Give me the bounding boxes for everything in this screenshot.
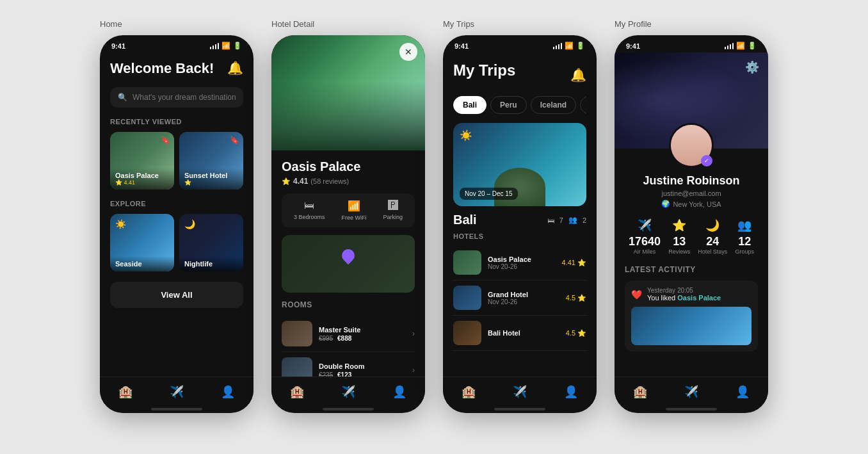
- my-profile-label: My Profile: [615, 19, 652, 29]
- nav-profile[interactable]: 👤: [385, 382, 414, 401]
- close-button[interactable]: ✕: [399, 43, 417, 61]
- room-item-double-1[interactable]: Double Room €235 €123 ›: [282, 352, 415, 377]
- home-indicator: [323, 408, 374, 410]
- stat-value: 17640: [629, 235, 661, 248]
- recently-viewed-title: RECENTLY VIEWED: [110, 118, 243, 126]
- parking-icon: 🅿: [388, 200, 398, 211]
- nav-profile[interactable]: 👤: [728, 382, 757, 401]
- signal-icon: [725, 43, 734, 49]
- star-icon: ⭐: [672, 218, 686, 232]
- card-overlay: Sunset Hotel ⭐: [179, 168, 243, 190]
- hotel-rating-row: ⭐ 4.41 (58 reviews): [282, 177, 415, 186]
- tab-peru[interactable]: Peru: [490, 96, 527, 114]
- room-item-master[interactable]: Master Suite €995 €888 ›: [282, 316, 415, 352]
- nav-hotels[interactable]: 🏨: [625, 382, 655, 401]
- new-price: €888: [337, 335, 351, 342]
- search-input[interactable]: [133, 93, 236, 102]
- recently-viewed-grid: 🔖 Oasis Palace ⭐ 4.41 🔖 Sunset Hotel ⭐: [110, 132, 243, 190]
- wifi-icon: 📶: [736, 42, 745, 50]
- trip-date-badge: Nov 20 – Dec 15: [460, 188, 518, 200]
- activity-text: You liked Oasis Palace: [647, 294, 721, 302]
- nav-flights[interactable]: ✈️: [677, 382, 706, 401]
- stat-label: Groups: [735, 248, 754, 255]
- trips-status-bar: 9:41 📶 🔋: [443, 35, 597, 53]
- hotel-rating: 4.5 ⭐: [566, 294, 586, 302]
- card-oasis-palace[interactable]: 🔖 Oasis Palace ⭐ 4.41: [110, 132, 174, 190]
- hotel-rating: 4.41 ⭐: [562, 259, 586, 267]
- activity-card: ❤️ Yesterday 20:05 You liked Oasis Palac…: [625, 280, 758, 352]
- card-seaside[interactable]: ☀️ Seaside: [110, 214, 174, 272]
- chevron-right-icon: ›: [412, 366, 415, 375]
- hotel-thumb: [453, 321, 481, 345]
- activity-time: Yesterday 20:05: [647, 287, 721, 294]
- hotel-hero-image: ✕: [271, 35, 425, 150]
- battery-icon: 🔋: [233, 42, 242, 50]
- home-status-bar: 9:41 📶 🔋: [100, 35, 253, 53]
- nav-flights[interactable]: ✈️: [505, 382, 534, 401]
- nav-profile[interactable]: 👤: [213, 382, 243, 401]
- trips-bottom-nav: 🏨 ✈️ 👤: [443, 377, 597, 404]
- trips-page-title: My Trips: [453, 61, 515, 79]
- my-trips-label: My Trips: [443, 19, 474, 29]
- rating-value: 4.5: [566, 329, 575, 337]
- search-bar[interactable]: 🔍: [110, 87, 243, 108]
- hotel-list-grand[interactable]: Grand Hotel Nov 20-26 4.5 ⭐: [453, 280, 586, 316]
- trip-destination-row: Bali 🛏 7 👥 2: [453, 213, 586, 227]
- nav-hotels[interactable]: 🏨: [454, 382, 483, 401]
- profile-status-bar: 9:41 📶 🔋: [615, 35, 768, 53]
- map-area[interactable]: 🏠 123 Beach St., Sketch 📍 300m from hist…: [282, 235, 415, 293]
- tab-more[interactable]: M...: [580, 96, 586, 114]
- my-trips-phone: 9:41 📶 🔋 My Trips 🔔 Bali Peru Iceland: [443, 35, 597, 413]
- star-icon: ⭐: [282, 177, 291, 186]
- profile-email: justine@email.com: [625, 190, 758, 197]
- activity-link[interactable]: Oasis Palace: [677, 294, 721, 302]
- destination-name: Bali: [453, 213, 477, 227]
- heart-icon: ❤️: [631, 289, 642, 300]
- flag-icon: 🌍: [661, 200, 670, 208]
- hotel-list-oasis[interactable]: Oasis Palace Nov 20-26 4.41 ⭐: [453, 245, 586, 280]
- my-profile-phone: 9:41 📶 🔋 ⚙️ ✓ Justine Robinson j: [615, 35, 768, 413]
- hotel-name: Oasis Palace: [488, 255, 556, 263]
- nav-flights[interactable]: ✈️: [334, 382, 363, 401]
- verified-badge-icon: ✓: [701, 155, 712, 166]
- wifi-icon: 📶: [221, 42, 230, 50]
- old-price: €235: [319, 371, 333, 377]
- nav-profile[interactable]: 👤: [556, 382, 586, 401]
- card-overlay: Nightlife: [179, 256, 243, 272]
- rocks-silhouette: [494, 168, 545, 206]
- card-nightlife[interactable]: 🌙 Nightlife: [179, 214, 243, 272]
- amenity-bedrooms: 🛏 3 Bedrooms: [294, 200, 325, 221]
- notification-bell-icon[interactable]: 🔔: [570, 67, 586, 83]
- card-sunset-hotel[interactable]: 🔖 Sunset Hotel ⭐: [179, 132, 243, 190]
- signal-icon: [553, 43, 563, 49]
- home-indicator: [494, 408, 545, 410]
- stats-row: ✈️ 17640 Air Miles ⭐ 13 Reviews 🌙 24 Hot…: [625, 218, 758, 255]
- card-rating: ⭐: [184, 179, 238, 186]
- settings-gear-icon[interactable]: ⚙️: [745, 60, 759, 74]
- activity-row: ❤️ Yesterday 20:05 You liked Oasis Palac…: [631, 287, 751, 302]
- tab-bali[interactable]: Bali: [453, 96, 486, 114]
- tab-iceland[interactable]: Iceland: [531, 96, 576, 114]
- plane-icon: ✈️: [638, 218, 652, 232]
- nav-flights[interactable]: ✈️: [162, 382, 191, 401]
- hotel-detail-bottom-nav: 🏨 ✈️ 👤: [271, 377, 425, 404]
- stat-label: Hotel Stays: [698, 248, 727, 255]
- bed-icon: 🛏: [304, 200, 314, 211]
- search-icon: 🔍: [118, 93, 127, 102]
- chevron-right-icon: ›: [412, 329, 415, 338]
- notification-bell-icon[interactable]: 🔔: [227, 60, 243, 76]
- profile-bottom-nav: 🏨 ✈️ 👤: [615, 377, 768, 404]
- hotel-list-bali[interactable]: Bali Hotel 4.5 ⭐: [453, 316, 586, 351]
- rooms-title: ROOMS: [282, 300, 415, 309]
- hotel-dates: Nov 20-26: [488, 263, 556, 270]
- profile-name: Justine Robinson: [625, 174, 758, 188]
- room-name: Master Suite: [319, 326, 406, 334]
- amenity-label: Parking: [383, 214, 403, 220]
- amenity-parking: 🅿 Parking: [383, 200, 403, 221]
- nav-hotels[interactable]: 🏨: [282, 382, 312, 401]
- nav-hotels[interactable]: 🏨: [111, 382, 140, 401]
- view-all-button[interactable]: View All: [110, 282, 243, 308]
- card-overlay: Oasis Palace ⭐ 4.41: [110, 168, 174, 190]
- wifi-icon: 📶: [565, 42, 574, 50]
- trips-tabs: Bali Peru Iceland M...: [453, 96, 586, 114]
